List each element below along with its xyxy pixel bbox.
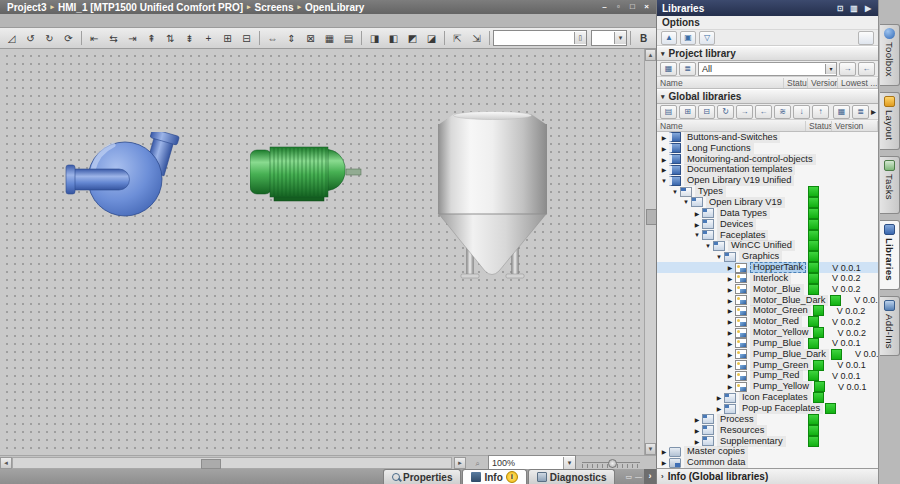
chevron-expanded-icon[interactable]: ▼ [715, 254, 723, 260]
scroll-right-icon[interactable]: ► [454, 457, 466, 469]
breadcrumb-item-openlibrary[interactable]: OpenLibrary [305, 2, 364, 13]
chevron-collapsed-icon[interactable]: ▶ [660, 156, 668, 163]
library-view-icon[interactable]: ▲ [661, 31, 677, 45]
align-center-icon[interactable]: ⇆ [104, 29, 123, 47]
align-middle-icon[interactable]: ⇅ [161, 29, 180, 47]
tree-item-motor-blue[interactable]: ▶Motor_BlueV 0.0.2 [657, 284, 878, 295]
panel-toggle-icon[interactable] [858, 31, 874, 45]
dock-panel-icon[interactable]: ▥ [849, 4, 859, 13]
chevron-collapsed-icon[interactable]: ▶ [715, 394, 723, 401]
tree-item-resources[interactable]: ▶Resources [657, 425, 878, 436]
chevron-down-icon[interactable]: ▾ [825, 64, 836, 74]
edit-type-icon[interactable]: ▦ [660, 62, 677, 76]
export-library-icon[interactable]: → [736, 105, 753, 119]
expand-panel-icon[interactable]: ▶ [863, 4, 873, 13]
tree-item-types[interactable]: ▼Types [657, 186, 878, 197]
hopper-tank-graphic[interactable] [430, 111, 555, 286]
column-header-version[interactable]: Version [808, 78, 838, 88]
format-painter-icon[interactable]: ◿ [2, 29, 21, 47]
pump-blue-graphic[interactable] [63, 132, 188, 217]
chevron-collapsed-icon[interactable]: ▶ [726, 318, 734, 325]
float-inspector-icon[interactable]: ▭ [625, 473, 632, 481]
motor-green-graphic[interactable] [250, 146, 362, 202]
maximize-button[interactable]: □ [627, 2, 638, 12]
tab-info[interactable]: Infoi [462, 469, 526, 484]
tree-item-open-library-v19[interactable]: ▼Open Library V19 [657, 197, 878, 208]
master-copy-stamp-icon[interactable]: ▣ [680, 31, 696, 45]
chevron-expanded-icon[interactable]: ▼ [682, 199, 690, 205]
minimize-button[interactable]: – [599, 2, 610, 12]
send-to-back-icon[interactable]: ◪ [422, 29, 441, 47]
sort-ascending-icon[interactable]: ↑ [812, 105, 829, 119]
tree-item-motor-blue-dark[interactable]: ▶Motor_Blue_DarkV 0.0.1 [657, 295, 878, 306]
chevron-collapsed-icon[interactable]: ▶ [693, 221, 701, 228]
snap-to-grid-icon[interactable]: ▦ [320, 29, 339, 47]
bring-to-front-icon[interactable]: ◨ [365, 29, 384, 47]
import-library-icon[interactable]: ← [755, 105, 772, 119]
column-header-status[interactable]: Status [784, 78, 808, 88]
chevron-expanded-icon[interactable]: ▼ [693, 232, 701, 238]
library-filter-combo[interactable]: All▾ [698, 62, 837, 76]
horizontal-scrollbar[interactable] [12, 457, 452, 469]
chevron-collapsed-icon[interactable]: ▶ [660, 145, 668, 152]
tree-item-interlock[interactable]: ▶InterlockV 0.0.2 [657, 273, 878, 284]
distribute-horizontal-icon[interactable]: ⊞ [218, 29, 237, 47]
breadcrumb-item-screens[interactable]: Screens [255, 2, 294, 13]
zoom-dropdown-icon[interactable]: ▾ [563, 457, 575, 469]
tree-item-hoppertank[interactable]: ▶HopperTankV 0.0.1 [657, 262, 878, 273]
chevron-expanded-icon[interactable]: ▼ [671, 189, 679, 195]
scroll-left-icon[interactable]: ◄ [0, 457, 12, 469]
global-libraries-header[interactable]: ▾ Global libraries [657, 89, 878, 104]
chevron-expanded-icon[interactable]: ▼ [660, 178, 668, 184]
close-detail-view-icon[interactable]: ← [858, 62, 875, 76]
zoom-slider[interactable] [582, 457, 640, 469]
tree-item-buttons-and-switches[interactable]: ▶Buttons-and-Switches [657, 132, 878, 143]
breadcrumb-item-project3[interactable]: Project3 [7, 2, 46, 13]
tree-item-open-library-v19-unified[interactable]: ▼Open Library V19 Unified [657, 175, 878, 186]
float-panel-icon[interactable]: ⊡ [835, 4, 845, 13]
tree-item-faceplates[interactable]: ▼Faceplates [657, 230, 878, 241]
tree-item-master-copies[interactable]: ▶Master copies [657, 446, 878, 457]
detail-list-icon[interactable]: ≣ [852, 105, 869, 119]
filter-view-icon[interactable]: ▦ [833, 105, 850, 119]
column-header-status[interactable]: Status [806, 121, 832, 131]
tree-item-long-functions[interactable]: ▶Long Functions [657, 143, 878, 154]
show-grid-icon[interactable]: ▤ [339, 29, 358, 47]
align-left-icon[interactable]: ⇤ [85, 29, 104, 47]
breadcrumb-item-hmi-1-mtp1500-unified-comfort-pro[interactable]: HMI_1 [MTP1500 Unified Comfort PRO] [58, 2, 243, 13]
toolbar-overflow-icon[interactable]: ▸ [871, 106, 876, 117]
chevron-collapsed-icon[interactable]: ▶ [726, 340, 734, 347]
chevron-right-icon[interactable]: › [661, 472, 664, 481]
info-global-libraries-bar[interactable]: › Info (Global libraries) [656, 468, 878, 484]
zoom-slider-thumb[interactable] [608, 459, 617, 468]
tree-item-data-types[interactable]: ▶Data Types [657, 208, 878, 219]
chevron-collapsed-icon[interactable]: ▶ [715, 405, 723, 412]
same-size-icon[interactable]: ⊠ [301, 29, 320, 47]
chevron-collapsed-icon[interactable]: ▶ [726, 362, 734, 369]
rotate-right-icon[interactable]: ↻ [40, 29, 59, 47]
sidetab-tasks[interactable]: Tasks [880, 156, 900, 214]
close-button[interactable]: × [641, 2, 652, 12]
chevron-collapsed-icon[interactable]: ▶ [726, 286, 734, 293]
tree-item-wincc-unified[interactable]: ▼WinCC Unified [657, 240, 878, 251]
tree-item-supplementary[interactable]: ▶Supplementary [657, 436, 878, 447]
tree-item-monitoring-and-control-objects[interactable]: ▶Monitoring-and-control-objects [657, 154, 878, 165]
chevron-collapsed-icon[interactable]: ▶ [726, 297, 734, 304]
project-library-header[interactable]: ▾ Project library [657, 46, 878, 61]
chevron-collapsed-icon[interactable]: ▶ [726, 264, 734, 271]
tree-item-icon-faceplates[interactable]: ▶Icon Faceplates [657, 392, 878, 403]
screen-canvas[interactable] [0, 49, 644, 455]
save-library-icon[interactable]: ▽ [699, 31, 715, 45]
column-header-version[interactable]: Version [832, 121, 878, 131]
chevron-collapsed-icon[interactable]: ▶ [726, 275, 734, 282]
tab-sequence-icon[interactable]: ⇱ [448, 29, 467, 47]
attach-global-library-icon[interactable]: ▤ [660, 105, 677, 119]
font-name-combo[interactable]: ▯ [493, 30, 587, 46]
tree-item-motor-yellow[interactable]: ▶Motor_YellowV 0.0.2 [657, 327, 878, 338]
tab-properties[interactable]: Properties [383, 469, 461, 484]
spinner-icon[interactable]: ▯ [574, 32, 586, 44]
chevron-collapsed-icon[interactable]: ▶ [660, 166, 668, 173]
align-top-icon[interactable]: ⇞ [142, 29, 161, 47]
sort-descending-icon[interactable]: ↓ [793, 105, 810, 119]
float-button[interactable]: ▫ [613, 2, 624, 12]
